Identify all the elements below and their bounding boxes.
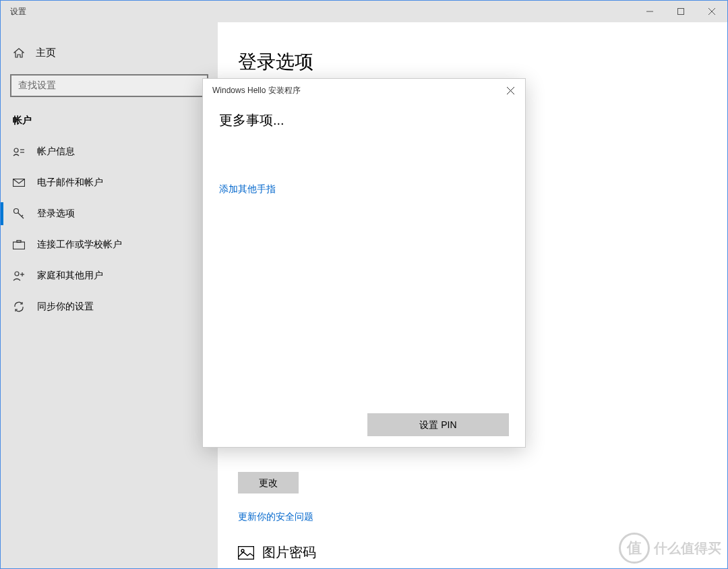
sidebar-item-work-school[interactable]: 连接工作或学校帐户 xyxy=(1,229,218,260)
dialog-heading: 更多事项... xyxy=(219,111,509,129)
svg-line-10 xyxy=(22,215,23,216)
sync-icon xyxy=(13,301,25,313)
picture-icon xyxy=(238,545,254,561)
window-title: 设置 xyxy=(10,6,26,18)
dialog-body: 更多事项... 添加其他手指 xyxy=(203,102,525,402)
watermark: 值 什么值得买 xyxy=(619,533,721,564)
category-label: 帐户 xyxy=(1,109,218,136)
picture-password-label: 图片密码 xyxy=(262,543,316,562)
sidebar-item-signin-options[interactable]: 登录选项 xyxy=(1,198,218,229)
picture-password-heading: 图片密码 xyxy=(238,543,316,562)
dialog-title: Windows Hello 安装程序 xyxy=(212,85,301,96)
svg-rect-11 xyxy=(13,242,25,249)
sidebar-item-label: 连接工作或学校帐户 xyxy=(37,239,122,251)
home-icon xyxy=(13,47,25,59)
set-pin-button[interactable]: 设置 PIN xyxy=(367,413,509,436)
sidebar-item-label: 登录选项 xyxy=(37,208,75,220)
sidebar-item-account-info[interactable]: 帐户信息 xyxy=(1,136,218,167)
dialog-footer: 设置 PIN xyxy=(203,402,525,447)
key-icon xyxy=(13,208,25,220)
window-controls xyxy=(634,1,727,22)
close-button[interactable] xyxy=(696,1,727,22)
bottom-section: 更改 更新你的安全问题 图片密码 xyxy=(238,472,316,562)
svg-rect-12 xyxy=(17,241,21,243)
sidebar-item-email-accounts[interactable]: 电子邮件和帐户 xyxy=(1,167,218,198)
sidebar-item-label: 电子邮件和帐户 xyxy=(37,177,103,189)
titlebar: 设置 xyxy=(1,1,727,22)
maximize-button[interactable] xyxy=(665,1,696,22)
watermark-text: 什么值得买 xyxy=(654,539,721,558)
sidebar-item-sync[interactable]: 同步你的设置 xyxy=(1,291,218,322)
add-another-finger-link[interactable]: 添加其他手指 xyxy=(219,183,509,196)
page-title: 登录选项 xyxy=(238,49,707,75)
change-button[interactable]: 更改 xyxy=(238,472,299,493)
mail-icon xyxy=(13,177,25,189)
home-row[interactable]: 主页 xyxy=(1,41,218,69)
home-label: 主页 xyxy=(36,47,56,59)
sidebar-item-label: 帐户信息 xyxy=(37,146,75,158)
sidebar-item-label: 同步你的设置 xyxy=(37,301,94,313)
minimize-button[interactable] xyxy=(634,1,665,22)
svg-rect-1 xyxy=(678,9,684,15)
svg-point-13 xyxy=(15,272,19,276)
people-plus-icon xyxy=(13,270,25,282)
svg-rect-16 xyxy=(239,546,254,559)
watermark-badge: 值 xyxy=(619,533,650,564)
search-input[interactable]: 查找设置 xyxy=(10,74,208,97)
sidebar: 主页 查找设置 帐户 帐户信息 电子邮件和帐户 xyxy=(1,22,218,568)
svg-point-17 xyxy=(241,549,244,552)
person-badge-icon xyxy=(13,146,25,158)
sidebar-item-family-other[interactable]: 家庭和其他用户 xyxy=(1,260,218,291)
sidebar-item-label: 家庭和其他用户 xyxy=(37,270,103,282)
svg-point-8 xyxy=(14,209,19,214)
briefcase-icon xyxy=(13,239,25,251)
hello-setup-dialog: Windows Hello 安装程序 更多事项... 添加其他手指 设置 PIN xyxy=(202,78,526,448)
svg-point-4 xyxy=(14,148,18,152)
search-placeholder: 查找设置 xyxy=(18,80,56,92)
dialog-header: Windows Hello 安装程序 xyxy=(203,79,525,102)
update-security-link[interactable]: 更新你的安全问题 xyxy=(238,511,316,523)
dialog-close-button[interactable] xyxy=(495,79,525,102)
